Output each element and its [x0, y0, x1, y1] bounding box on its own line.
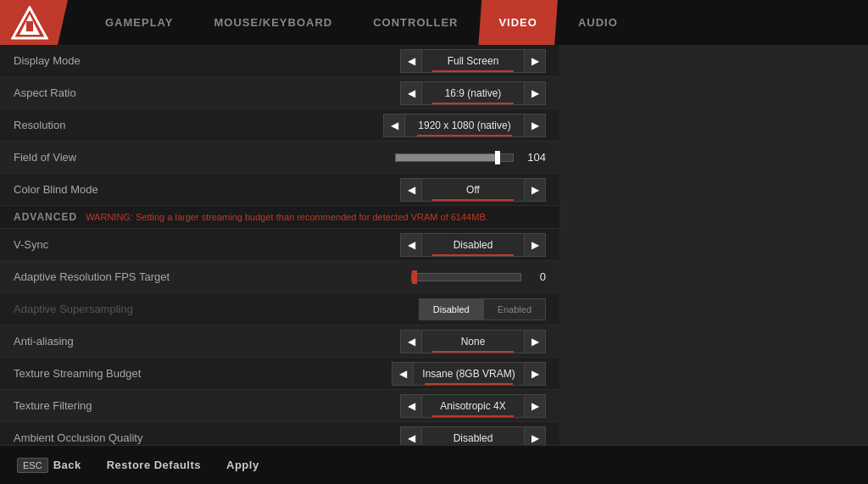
resolution-label: Resolution: [14, 119, 383, 131]
fps-slider-track[interactable]: [411, 273, 521, 281]
texture-budget-control: ◀ Insane (8GB VRAM) ▶: [392, 362, 546, 386]
display-mode-control: ◀ Full Screen ▶: [400, 49, 546, 73]
back-button[interactable]: ESC Back: [17, 458, 81, 473]
antialiasing-prev-button[interactable]: ◀: [400, 330, 422, 353]
fov-row: Field of View 104: [0, 142, 559, 174]
fov-value: 104: [520, 151, 546, 164]
main-content: Display Mode ◀ Full Screen ▶ Aspect Rati…: [0, 45, 868, 445]
ambient-occlusion-prev-button[interactable]: ◀: [400, 426, 422, 446]
texture-filtering-row: Texture Filtering ◀ Anisotropic 4X ▶: [0, 390, 559, 422]
aspect-ratio-label: Aspect Ratio: [14, 86, 400, 99]
resolution-value: 1920 x 1080 (native): [405, 114, 524, 137]
svg-rect-2: [26, 21, 33, 31]
aspect-ratio-next-button[interactable]: ▶: [524, 81, 546, 105]
footer: ESC Back Restore Defaults Apply: [0, 445, 868, 484]
resolution-row: Resolution ◀ 1920 x 1080 (native) ▶: [0, 109, 559, 142]
display-mode-prev-button[interactable]: ◀: [400, 49, 422, 73]
antialiasing-value: None: [422, 330, 524, 353]
tab-mouse-keyboard[interactable]: MOUSE/KEYBOARD: [193, 0, 353, 45]
vsync-prev-button[interactable]: ◀: [400, 233, 422, 257]
antialiasing-row: Anti-aliasing ◀ None ▶: [0, 325, 559, 358]
fov-control: 104: [395, 151, 546, 164]
aspect-ratio-value: 16:9 (native): [422, 81, 524, 105]
adaptive-ss-row: Adaptive Supersampling Disabled Enabled: [0, 293, 559, 325]
texture-budget-next-button[interactable]: ▶: [524, 362, 546, 386]
color-blind-next-button[interactable]: ▶: [524, 178, 546, 202]
aspect-ratio-prev-button[interactable]: ◀: [400, 81, 422, 105]
tab-audio[interactable]: AUDIO: [558, 0, 638, 45]
ambient-occlusion-label: Ambient Occlusion Quality: [14, 431, 400, 444]
fps-slider-thumb[interactable]: [412, 270, 417, 284]
color-blind-control: ◀ Off ▶: [400, 178, 546, 202]
fov-slider-fill: [396, 154, 495, 161]
settings-panel: Display Mode ◀ Full Screen ▶ Aspect Rati…: [0, 45, 559, 445]
texture-budget-prev-button[interactable]: ◀: [392, 362, 414, 386]
resolution-prev-button[interactable]: ◀: [383, 114, 405, 137]
ambient-occlusion-next-button[interactable]: ▶: [524, 426, 546, 446]
ambient-occlusion-row: Ambient Occlusion Quality ◀ Disabled ▶: [0, 422, 559, 445]
color-blind-row: Color Blind Mode ◀ Off ▶: [0, 174, 559, 206]
color-blind-prev-button[interactable]: ◀: [400, 178, 422, 202]
fov-label: Field of View: [14, 151, 395, 164]
antialiasing-next-button[interactable]: ▶: [524, 330, 546, 353]
right-panel: [559, 45, 868, 445]
ambient-occlusion-value: Disabled: [422, 426, 524, 446]
texture-budget-row: Texture Streaming Budget ◀ Insane (8GB V…: [0, 358, 559, 390]
fps-target-label: Adaptive Resolution FPS Target: [14, 270, 411, 283]
texture-filtering-control: ◀ Anisotropic 4X ▶: [400, 394, 546, 418]
apply-label: Apply: [226, 459, 259, 471]
texture-filtering-prev-button[interactable]: ◀: [400, 394, 422, 418]
header: GAMEPLAY MOUSE/KEYBOARD CONTROLLER VIDEO…: [0, 0, 868, 45]
fps-target-value: 0: [525, 270, 546, 283]
vsync-label: V-Sync: [14, 238, 400, 251]
tab-video[interactable]: VIDEO: [478, 0, 557, 45]
ambient-occlusion-control: ◀ Disabled ▶: [400, 426, 546, 446]
vsync-control: ◀ Disabled ▶: [400, 233, 546, 257]
resolution-control: ◀ 1920 x 1080 (native) ▶: [383, 114, 546, 137]
esc-key: ESC: [17, 458, 48, 473]
fov-slider-track[interactable]: [395, 153, 514, 162]
tab-controller[interactable]: CONTROLLER: [353, 0, 478, 45]
vsync-next-button[interactable]: ▶: [524, 233, 546, 257]
adaptive-ss-enabled-button[interactable]: Enabled: [483, 298, 546, 320]
vsync-row: V-Sync ◀ Disabled ▶: [0, 229, 559, 261]
back-label: Back: [53, 459, 81, 471]
antialiasing-control: ◀ None ▶: [400, 330, 546, 353]
resolution-next-button[interactable]: ▶: [524, 114, 546, 137]
display-mode-value: Full Screen: [422, 49, 524, 73]
restore-defaults-button[interactable]: Restore Defaults: [107, 459, 201, 471]
apply-button[interactable]: Apply: [226, 459, 259, 471]
fps-target-row: Adaptive Resolution FPS Target 0: [0, 261, 559, 293]
tab-gameplay[interactable]: GAMEPLAY: [85, 0, 193, 45]
adaptive-ss-disabled-button[interactable]: Disabled: [419, 298, 483, 320]
texture-budget-label: Texture Streaming Budget: [14, 367, 392, 380]
adaptive-ss-control: Disabled Enabled: [419, 298, 546, 320]
texture-filtering-next-button[interactable]: ▶: [524, 394, 546, 418]
color-blind-value: Off: [422, 178, 524, 202]
display-mode-next-button[interactable]: ▶: [524, 49, 546, 73]
display-mode-row: Display Mode ◀ Full Screen ▶: [0, 45, 559, 77]
display-mode-label: Display Mode: [14, 54, 400, 67]
vsync-value: Disabled: [422, 233, 524, 257]
advanced-label: ADVANCED: [14, 211, 77, 223]
color-blind-label: Color Blind Mode: [14, 183, 400, 196]
apex-logo-icon: [11, 6, 48, 40]
antialiasing-label: Anti-aliasing: [14, 335, 400, 348]
aspect-ratio-control: ◀ 16:9 (native) ▶: [400, 81, 546, 105]
advanced-warning: WARNING: Setting a larger streaming budg…: [86, 212, 488, 222]
nav-tabs: GAMEPLAY MOUSE/KEYBOARD CONTROLLER VIDEO…: [68, 0, 868, 45]
restore-defaults-label: Restore Defaults: [107, 459, 201, 471]
advanced-header: ADVANCED WARNING: Setting a larger strea…: [0, 206, 559, 229]
logo-area: [0, 0, 68, 45]
texture-filtering-value: Anisotropic 4X: [422, 394, 524, 418]
texture-filtering-label: Texture Filtering: [14, 399, 400, 412]
fps-target-control: 0: [411, 270, 546, 283]
adaptive-ss-label: Adaptive Supersampling: [14, 303, 419, 315]
texture-budget-value: Insane (8GB VRAM): [414, 362, 524, 386]
fov-slider-thumb[interactable]: [495, 151, 500, 164]
aspect-ratio-row: Aspect Ratio ◀ 16:9 (native) ▶: [0, 77, 559, 109]
